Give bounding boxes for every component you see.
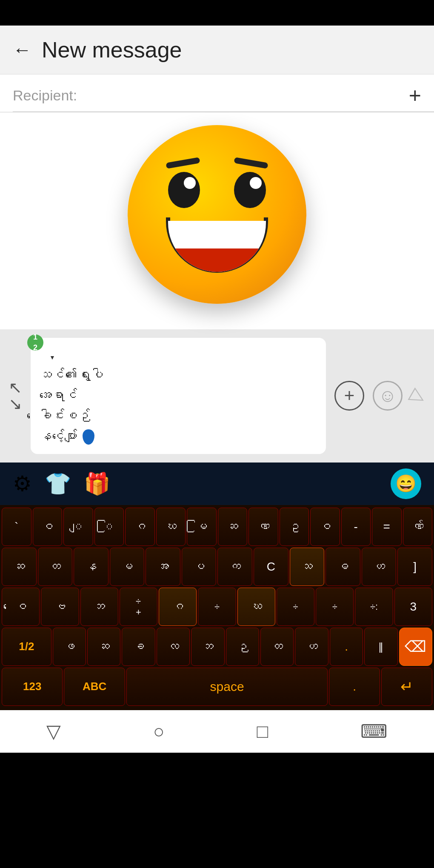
key-r2-7[interactable]: က: [217, 548, 252, 586]
shirt-icon[interactable]: 👕: [45, 471, 71, 496]
nav-bar: ▽ ○ □ ⌨: [0, 710, 434, 753]
text-input-bar: ↖↘ 12 ▼ သင်၏ရွေးပါ အရောင် ခေါင်းစဉ် နင့်…: [0, 329, 434, 463]
recipient-row: Recipient: +: [0, 74, 434, 112]
key-r2-8[interactable]: C: [254, 548, 288, 586]
key-r2-3[interactable]: န: [74, 548, 108, 586]
key-minus[interactable]: -: [341, 508, 371, 546]
status-bar: [0, 0, 434, 26]
key-r4-dot[interactable]: .: [330, 628, 363, 666]
key-equals[interactable]: =: [372, 508, 402, 546]
key-r3-7[interactable]: ဃ: [237, 588, 275, 626]
key-r3-6[interactable]: ÷: [198, 588, 236, 626]
back-button[interactable]: ←: [13, 39, 31, 60]
settings-icon[interactable]: ⚙: [13, 471, 32, 496]
recipient-label: Recipient:: [13, 87, 77, 104]
key-r2-9[interactable]: သ: [290, 548, 325, 586]
key-period[interactable]: .: [329, 668, 380, 706]
key-myanmar-2[interactable]: ျ: [63, 508, 93, 546]
key-myanmar-5[interactable]: ဃ: [156, 508, 186, 546]
key-r2-2[interactable]: တ: [38, 548, 73, 586]
keyboard-row-3: ဝေ ဗ ဘ ÷+ ဂ ÷ ဃ ÷ ÷ ÷: 3: [2, 588, 432, 626]
emoji-brow-right: [234, 157, 268, 169]
nav-recents-button[interactable]: □: [257, 721, 268, 742]
keyboard-row-4: 1/2 ဖ ဆ ခ လ ဘ ဉ တ ဟ . ‖ ⌫: [2, 628, 432, 666]
message-input-box[interactable]: 12 ▼ သင်၏ရွေးပါ အရောင် ခေါင်းစဉ် နင့်ပျေ…: [31, 338, 326, 454]
key-r4-6[interactable]: ဉ: [226, 628, 259, 666]
key-r3-8[interactable]: ÷: [277, 588, 314, 626]
emoji-display-area: [0, 112, 434, 329]
header: ← New message: [0, 26, 434, 74]
input-text-content: သင်၏ရွေးပါ အရောင် ခေါင်းစဉ် နင့်ပျော်: [39, 365, 317, 446]
keyboard: ` ဝ ျ ြ ဂ ဃ မြ ဆ ဏ ဥ ဝ - = ဏ် ဆ တ န မ အ …: [0, 505, 434, 710]
key-myanmar-8[interactable]: ဏ: [248, 508, 278, 546]
keyboard-row-5: 123 ABC space . ↵: [2, 668, 432, 706]
key-myanmar-end[interactable]: ဏ်: [403, 508, 433, 546]
keyboard-row-2: ဆ တ န မ အ ပ က C သ ဓ ဟ ]: [2, 548, 432, 586]
input-mode-badge: 12: [27, 334, 43, 351]
emoji-mouth: [168, 221, 266, 272]
nav-back-button[interactable]: ▽: [46, 720, 61, 742]
water-drop-icon: [83, 429, 94, 445]
key-r2-4[interactable]: မ: [110, 548, 145, 586]
key-r4-7[interactable]: တ: [260, 628, 294, 666]
key-r4-3[interactable]: ခ: [122, 628, 155, 666]
emoji-face-icon: 😄: [395, 474, 417, 494]
key-myanmar-10[interactable]: ဝ: [310, 508, 340, 546]
key-r3-5[interactable]: ဂ: [159, 588, 197, 626]
key-backtick[interactable]: `: [2, 508, 31, 546]
add-recipient-button[interactable]: +: [409, 83, 421, 108]
key-r3-11[interactable]: 3: [394, 588, 432, 626]
large-emoji: [128, 125, 306, 304]
key-enter[interactable]: ↵: [381, 668, 432, 706]
resize-icon[interactable]: ↖↘: [9, 380, 22, 412]
key-myanmar-9[interactable]: ဥ: [280, 508, 309, 546]
key-myanmar-3[interactable]: ြ: [94, 508, 124, 546]
key-r3-10[interactable]: ÷:: [355, 588, 393, 626]
key-myanmar-6[interactable]: မြ: [187, 508, 217, 546]
emoji-picker-button[interactable]: ☺: [373, 381, 403, 411]
key-space[interactable]: space: [126, 668, 328, 706]
key-r4-pause[interactable]: ‖: [364, 628, 397, 666]
emoji-eye-left: [168, 172, 200, 208]
add-content-button[interactable]: +: [334, 381, 364, 411]
key-r4-5[interactable]: ဘ: [191, 628, 224, 666]
key-r4-1[interactable]: ဖ: [53, 628, 86, 666]
key-r4-4[interactable]: လ: [157, 628, 190, 666]
key-r3-4[interactable]: ÷+: [120, 588, 157, 626]
key-r2-10[interactable]: ဓ: [326, 548, 360, 586]
key-fn-shift[interactable]: 1/2: [2, 628, 51, 666]
key-r3-9[interactable]: ÷: [316, 588, 354, 626]
key-myanmar-4[interactable]: ဂ: [125, 508, 155, 546]
key-myanmar-7[interactable]: ဆ: [218, 508, 248, 546]
key-myanmar-1[interactable]: ဝ: [33, 508, 63, 546]
key-abc[interactable]: ABC: [64, 668, 125, 706]
key-r2-11[interactable]: ဟ: [362, 548, 397, 586]
nav-home-button[interactable]: ○: [153, 721, 165, 742]
key-r3-1[interactable]: ဝေ: [2, 588, 40, 626]
key-r2-5[interactable]: အ: [146, 548, 180, 586]
gift-icon[interactable]: 🎁: [84, 471, 110, 496]
key-r2-1[interactable]: ဆ: [2, 548, 37, 586]
key-r4-2[interactable]: ဆ: [87, 628, 120, 666]
key-r2-6[interactable]: ပ: [182, 548, 217, 586]
key-delete[interactable]: ⌫: [399, 628, 432, 666]
key-r3-2[interactable]: ဗ: [41, 588, 79, 626]
key-r4-8[interactable]: ဟ: [295, 628, 328, 666]
key-r3-3[interactable]: ဘ: [80, 588, 118, 626]
key-r2-bracket[interactable]: ]: [397, 548, 432, 586]
emoji-brow-left: [166, 157, 200, 169]
key-numbers[interactable]: 123: [2, 668, 63, 706]
send-button[interactable]: ▷: [407, 383, 430, 409]
keyboard-toolbar: ⚙ 👕 🎁 😄: [0, 463, 434, 505]
emoji-eye-right: [234, 172, 266, 208]
emoji-keyboard-button[interactable]: 😄: [391, 468, 421, 499]
nav-keyboard-button[interactable]: ⌨: [360, 720, 388, 742]
keyboard-row-1: ` ဝ ျ ြ ဂ ဃ မြ ဆ ဏ ဥ ဝ - = ဏ်: [2, 508, 432, 546]
page-title: New message: [42, 37, 182, 63]
recipient-input[interactable]: [81, 87, 409, 104]
